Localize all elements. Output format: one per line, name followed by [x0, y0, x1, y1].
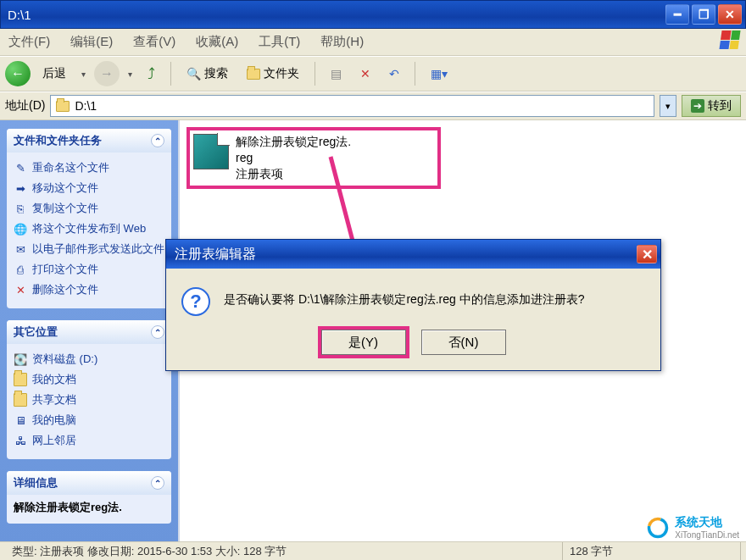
watermark: 系统天地 XiTongTianDi.net [646, 515, 739, 540]
panel-header[interactable]: 文件和文件夹任务 ⌃ [7, 129, 171, 152]
menu-help[interactable]: 帮助(H) [320, 34, 364, 50]
status-bar: 类型: 注册表项 修改日期: 2015-6-30 1:53 大小: 128 字节… [0, 541, 746, 560]
move-to-button[interactable]: ▤ [324, 64, 348, 84]
status-right: 128 字节 [563, 542, 741, 560]
file-item[interactable]: 解除注册表锁定reg法. reg 注册表项 [186, 127, 441, 189]
back-label[interactable]: 后退 [36, 63, 73, 85]
place-label: 共享文档 [32, 392, 76, 408]
panel-other-places: 其它位置 ⌃ 💽资料磁盘 (D:) 我的文档 共享文档 🖥我的电脑 🖧网上邻居 [7, 320, 171, 459]
separator [170, 62, 171, 86]
collapse-icon[interactable]: ⌃ [151, 325, 164, 339]
search-label: 搜索 [204, 66, 228, 81]
folders-button[interactable]: 文件夹 [240, 63, 306, 85]
web-icon: 🌐 [14, 222, 27, 236]
go-label: 转到 [708, 98, 732, 114]
address-combo[interactable]: D:\1 [50, 95, 654, 117]
status-left: 类型: 注册表项 修改日期: 2015-6-30 1:53 大小: 128 字节 [5, 542, 563, 560]
menu-view[interactable]: 查看(V) [133, 34, 175, 50]
place-label: 资料磁盘 (D:) [32, 352, 97, 367]
folder-icon [247, 69, 260, 80]
address-dropdown[interactable]: ▾ [660, 95, 676, 117]
menu-favorites[interactable]: 收藏(A) [196, 34, 238, 50]
dialog-regedit: 注册表编辑器 ✕ ? 是否确认要将 D:\1\解除注册表锁定reg法.reg 中… [165, 239, 661, 371]
back-button[interactable]: ← [5, 61, 31, 86]
search-icon: 🔍 [186, 67, 201, 80]
windows-logo-icon [721, 30, 743, 53]
details-filename: 解除注册表锁定reg法. [14, 501, 122, 513]
dialog-title: 注册表编辑器 [175, 246, 256, 263]
folder-icon [14, 393, 27, 407]
go-button[interactable]: ➔ 转到 [682, 95, 741, 117]
watermark-url: XiTongTianDi.net [675, 530, 739, 540]
file-text: 解除注册表锁定reg法. reg 注册表项 [236, 134, 351, 182]
maximize-button[interactable]: ❐ [692, 4, 715, 25]
views-button[interactable]: ▦▾ [424, 64, 454, 84]
print-icon: ⎙ [14, 263, 27, 276]
task-move[interactable]: ➡移动这个文件 [14, 178, 164, 198]
window-title: D:\1 [4, 8, 663, 22]
task-label: 复制这个文件 [32, 201, 98, 216]
copy-icon: ⎘ [14, 202, 27, 215]
task-publish[interactable]: 🌐将这个文件发布到 Web [14, 219, 164, 239]
folder-icon [56, 101, 70, 112]
undo-button[interactable]: ↶ [382, 64, 406, 84]
collapse-icon[interactable]: ⌃ [151, 476, 164, 490]
separator [315, 62, 315, 86]
place-computer[interactable]: 🖥我的电脑 [14, 410, 164, 430]
separator [415, 62, 415, 86]
panel-title: 详细信息 [14, 475, 58, 491]
dialog-message: 是否确认要将 D:\1\解除注册表锁定reg法.reg 中的信息添加进注册表? [224, 287, 585, 308]
computer-icon: 🖥 [14, 413, 27, 427]
forward-history-dropdown[interactable]: ▾ [125, 69, 136, 79]
menu-tools[interactable]: 工具(T) [259, 34, 300, 50]
place-shared[interactable]: 共享文档 [14, 390, 164, 410]
back-history-dropdown[interactable]: ▾ [78, 69, 89, 79]
task-copy[interactable]: ⎘复制这个文件 [14, 198, 164, 219]
file-type: 注册表项 [236, 166, 351, 182]
copy-to-button[interactable]: ✕ [354, 64, 377, 84]
file-name-line2: reg [236, 150, 351, 166]
panel-title: 文件和文件夹任务 [14, 133, 102, 148]
go-arrow-icon: ➔ [691, 99, 704, 113]
move-icon: ➡ [14, 181, 27, 195]
up-button[interactable]: ⤴ [141, 62, 162, 86]
place-network[interactable]: 🖧网上邻居 [14, 430, 164, 451]
menu-edit[interactable]: 编辑(E) [70, 34, 113, 50]
task-label: 将这个文件发布到 Web [32, 221, 146, 236]
task-rename[interactable]: ✎重命名这个文件 [14, 158, 164, 178]
collapse-icon[interactable]: ⌃ [151, 134, 164, 147]
menu-bar: 文件(F) 编辑(E) 查看(V) 收藏(A) 工具(T) 帮助(H) [0, 29, 746, 56]
button-label: 否(N) [448, 335, 479, 351]
place-drive[interactable]: 💽资料磁盘 (D:) [14, 349, 164, 369]
minimize-button[interactable]: ━ [665, 4, 689, 25]
panel-file-tasks: 文件和文件夹任务 ⌃ ✎重命名这个文件 ➡移动这个文件 ⎘复制这个文件 🌐将这个… [7, 129, 171, 308]
forward-button[interactable]: → [94, 61, 120, 86]
task-print[interactable]: ⎙打印这个文件 [14, 259, 164, 280]
close-button[interactable]: ✕ [718, 4, 742, 25]
dialog-yes-button[interactable]: 是(Y) [321, 330, 406, 355]
place-label: 我的文档 [32, 372, 76, 387]
rename-icon: ✎ [14, 161, 27, 175]
panel-details: 详细信息 ⌃ 解除注册表锁定reg法. [7, 471, 171, 524]
reg-file-icon [193, 134, 229, 169]
task-label: 移动这个文件 [32, 180, 98, 196]
folders-label: 文件夹 [264, 66, 299, 81]
network-icon: 🖧 [14, 434, 27, 447]
address-value: D:\1 [75, 99, 649, 113]
search-button[interactable]: 🔍搜索 [180, 63, 235, 85]
task-email[interactable]: ✉以电子邮件形式发送此文件 [14, 239, 164, 259]
dialog-no-button[interactable]: 否(N) [421, 330, 506, 355]
address-bar: 地址(D) D:\1 ▾ ➔ 转到 [0, 91, 746, 120]
menu-file[interactable]: 文件(F) [8, 34, 50, 50]
dialog-close-button[interactable]: ✕ [637, 245, 657, 263]
panel-header[interactable]: 详细信息 ⌃ [7, 471, 171, 495]
task-label: 删除这个文件 [32, 282, 98, 297]
panel-header[interactable]: 其它位置 ⌃ [7, 320, 171, 344]
task-label: 打印这个文件 [32, 262, 98, 277]
drive-icon: 💽 [14, 352, 27, 366]
task-delete[interactable]: ✕删除这个文件 [14, 280, 164, 300]
watermark-name: 系统天地 [675, 515, 722, 529]
toolbar: ← 后退 ▾ → ▾ ⤴ 🔍搜索 文件夹 ▤ ✕ ↶ ▦▾ [0, 56, 746, 91]
button-label: 是(Y) [348, 335, 378, 351]
place-documents[interactable]: 我的文档 [14, 369, 164, 390]
